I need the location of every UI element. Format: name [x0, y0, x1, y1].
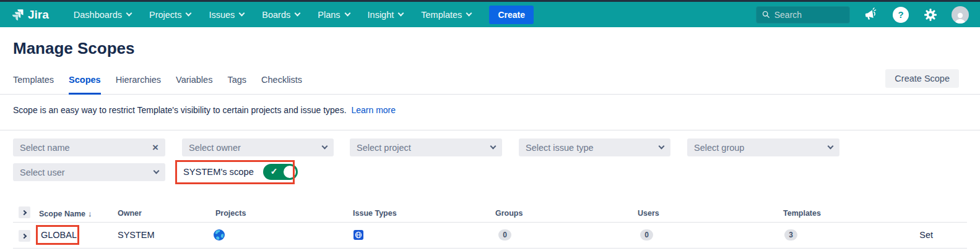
page-description: Scope is an easy way to restrict Templat…	[13, 105, 396, 115]
help-icon: ?	[893, 7, 909, 23]
tab-tags[interactable]: Tags	[227, 75, 246, 95]
learn-more-link[interactable]: Learn more	[351, 105, 396, 115]
filter-project-select[interactable]: Select project	[350, 138, 502, 156]
groups-count-badge: 0	[498, 229, 511, 240]
jira-logo[interactable]: Jira	[11, 8, 49, 22]
section-divider	[0, 130, 980, 130]
nav-item-templates[interactable]: Templates	[421, 10, 471, 20]
jira-logo-text: Jira	[28, 8, 49, 22]
clear-icon[interactable]: ×	[152, 142, 158, 153]
table-header-divider	[13, 222, 967, 223]
system-scope-toggle: SYSTEM's scope ✓	[183, 164, 298, 180]
set-action-link[interactable]: Set	[901, 230, 933, 240]
megaphone-icon	[862, 6, 879, 23]
scope-name-global-cell[interactable]: GLOBAL	[41, 230, 77, 240]
nav-item-dashboards[interactable]: Dashboards	[74, 10, 131, 20]
sort-desc-icon: ↓	[88, 209, 92, 218]
chevron-down-icon	[344, 11, 350, 17]
navbar-right-group: ?	[756, 6, 969, 23]
globe-square-icon	[353, 230, 363, 240]
jira-logo-icon	[11, 8, 24, 21]
templates-count-badge: 3	[784, 229, 797, 240]
chevron-right-icon	[21, 210, 26, 215]
chevron-right-icon	[21, 233, 26, 238]
table-row-divider	[13, 248, 967, 249]
chevron-down-icon	[490, 143, 497, 150]
tab-variables[interactable]: Variables	[176, 75, 212, 95]
tab-templates[interactable]: Templates	[13, 75, 54, 95]
chevron-down-icon	[186, 11, 192, 17]
chevron-down-icon	[659, 143, 665, 150]
nav-item-issues[interactable]: Issues	[209, 10, 244, 20]
page-tabs: Templates Scopes Hierarchies Variables T…	[13, 75, 302, 95]
check-icon: ✓	[271, 166, 278, 176]
column-header-scope-name[interactable]: Scope Name↓	[39, 209, 92, 218]
tab-hierarchies[interactable]: Hierarchies	[116, 75, 161, 95]
search-icon	[762, 10, 770, 19]
users-count-badge: 0	[640, 229, 653, 240]
page-title: Manage Scopes	[13, 39, 135, 58]
column-header-projects[interactable]: Projects	[215, 209, 246, 218]
toggle-knob	[284, 166, 296, 178]
global-search[interactable]	[756, 6, 850, 23]
create-button[interactable]: Create	[489, 6, 534, 24]
chevron-down-icon	[126, 11, 132, 17]
chevron-down-icon	[154, 168, 160, 174]
nav-item-insight[interactable]: Insight	[368, 10, 404, 20]
system-scope-switch[interactable]: ✓	[263, 164, 298, 180]
settings-button[interactable]	[922, 6, 939, 23]
column-header-owner[interactable]: Owner	[118, 209, 142, 218]
filter-user-select[interactable]: Select user	[13, 163, 165, 181]
person-icon	[953, 11, 967, 23]
help-button[interactable]: ?	[892, 6, 909, 23]
chevron-down-icon	[398, 11, 404, 17]
top-navbar: Jira Dashboards Projects Issues Boards P…	[0, 0, 980, 27]
filter-issue-type-select[interactable]: Select issue type	[519, 138, 670, 156]
tab-scopes[interactable]: Scopes	[69, 75, 101, 95]
owner-cell: SYSTEM	[118, 230, 155, 240]
filter-name-input[interactable]: ×	[13, 138, 165, 156]
filter-owner-select[interactable]: Select owner	[182, 138, 334, 156]
gear-icon	[923, 7, 938, 22]
nav-item-boards[interactable]: Boards	[262, 10, 300, 20]
nav-item-projects[interactable]: Projects	[149, 10, 191, 20]
column-header-issue-types[interactable]: Issue Types	[353, 209, 397, 218]
search-input[interactable]	[774, 10, 844, 20]
column-header-users[interactable]: Users	[638, 209, 659, 218]
tab-checklists[interactable]: Checklists	[261, 75, 302, 95]
nav-item-plans[interactable]: Plans	[318, 10, 349, 20]
column-header-templates[interactable]: Templates	[783, 209, 821, 218]
chevron-down-icon	[295, 11, 301, 17]
announcements-button[interactable]	[862, 6, 880, 23]
user-avatar[interactable]	[952, 6, 969, 23]
row-expand-button[interactable]	[19, 230, 30, 242]
filter-group-select[interactable]: Select group	[687, 138, 839, 156]
globe-icon	[213, 229, 225, 241]
name-filter-field[interactable]	[20, 143, 152, 153]
column-header-groups[interactable]: Groups	[495, 209, 523, 218]
chevron-down-icon	[239, 11, 245, 17]
create-scope-button[interactable]: Create Scope	[885, 69, 959, 88]
chevron-down-icon	[828, 143, 834, 150]
chevron-down-icon	[322, 143, 328, 150]
window-top-edge	[0, 0, 980, 2]
chevron-down-icon	[466, 11, 472, 17]
expand-all-button[interactable]	[19, 206, 30, 218]
system-scope-label: SYSTEM's scope	[183, 167, 254, 177]
